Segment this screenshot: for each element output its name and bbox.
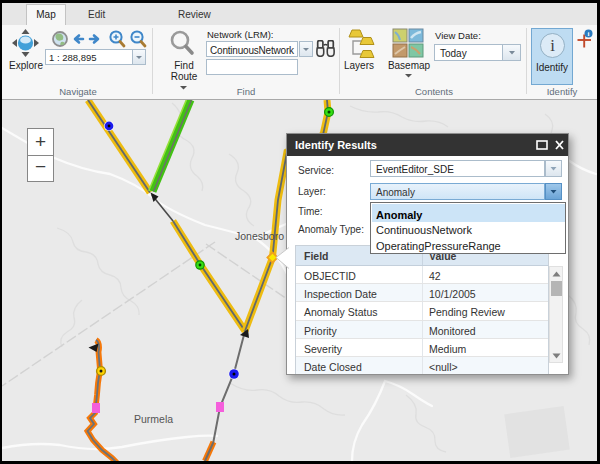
svg-text:Jonesboro: Jonesboro	[235, 230, 284, 242]
svg-text:i: i	[588, 30, 590, 38]
svg-text:Purmela: Purmela	[134, 413, 173, 425]
